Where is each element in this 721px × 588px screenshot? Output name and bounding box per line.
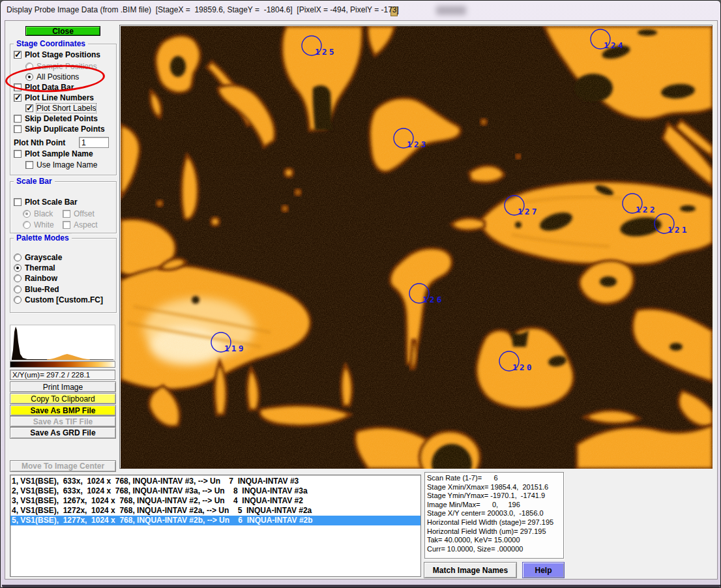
stage-position-marker-label: 120 [512, 362, 533, 372]
palette-rainbow-radio[interactable]: Rainbow [14, 274, 57, 283]
scale-bar-aspect-checkbox[interactable]: Aspect [63, 220, 98, 229]
plot-scale-bar-checkbox[interactable]: Plot Scale Bar [14, 198, 78, 207]
title-bar[interactable]: Display Probe Image Data (from .BIM file… [1, 1, 720, 20]
scale-bar-offset-label: Offset [74, 209, 95, 218]
checkbox-icon [63, 221, 70, 229]
plot-line-numbers-checkbox[interactable]: Plot Line Numbers [14, 93, 94, 102]
stage-coordinates-title: Stage Coordinates [14, 39, 88, 48]
palette-gradient-bar [10, 361, 115, 368]
info-line: Curr= 10.0000, Size= .000000 [427, 545, 561, 554]
radio-icon [14, 254, 22, 261]
checkbox-icon [25, 161, 33, 169]
probe-image[interactable]: 125124123127122121126119120 [121, 26, 713, 469]
stage-position-marker-label: 122 [636, 205, 656, 214]
scale-bar-white-radio[interactable]: White [23, 220, 54, 229]
info-line: Stage Xmin/Xmax= 19854.4, 20151.6 [427, 483, 561, 492]
print-image-button[interactable]: Print Image [10, 381, 116, 392]
palette-custom-label: Custom [Custom.FC] [25, 295, 103, 304]
radio-icon [14, 286, 22, 293]
copy-to-clipboard-button[interactable]: Copy To Clipboard [10, 393, 116, 404]
scale-bar-black-radio[interactable]: Black [23, 209, 53, 218]
scale-bar-black-label: Black [34, 209, 53, 218]
checkbox-icon [14, 125, 22, 133]
scale-bar-white-label: White [34, 220, 54, 229]
plot-nth-point-input[interactable] [79, 137, 109, 148]
save-as-bmp-button[interactable]: Save As BMP File [10, 405, 116, 416]
dialog-window: Display Probe Image Data (from .BIM file… [0, 0, 721, 588]
checkbox-icon [14, 51, 22, 59]
palette-thermal-label: Thermal [25, 263, 55, 272]
save-as-tif-button: Save As TIF File [10, 416, 116, 427]
plot-short-labels-checkbox[interactable]: Plot Short Labels [25, 104, 96, 113]
info-line: Tak= 40.0000, KeV= 15.0000 [427, 536, 561, 545]
palette-thermal-radio[interactable]: Thermal [14, 263, 55, 272]
window-title: Display Probe Image Data (from .BIM file… [7, 5, 399, 14]
match-image-names-button[interactable]: Match Image Names [424, 562, 517, 578]
checkbox-icon [14, 115, 22, 123]
checkbox-icon [63, 210, 70, 218]
palette-custom-radio[interactable]: Custom [Custom.FC] [14, 295, 103, 304]
palette-grayscale-radio[interactable]: Grayscale [14, 253, 62, 262]
plot-short-labels-label: Plot Short Labels [37, 104, 96, 113]
xy-readout: X/Y(um)= 297.2 / 228.1 [10, 370, 115, 380]
palette-blue-red-label: Blue-Red [25, 285, 59, 294]
palette-blue-red-radio[interactable]: Blue-Red [14, 285, 59, 294]
image-list-item[interactable]: 2, VS1(BSE), 633x, 1024 x 768, INQUA-INT… [10, 486, 420, 496]
image-info-panel: Scan Rate (1-7)= 6 Stage Xmin/Xmax= 1985… [424, 472, 564, 559]
radio-icon [14, 296, 22, 304]
skip-duplicate-points-label: Skip Duplicate Points [25, 125, 105, 134]
histogram-panel [10, 325, 115, 360]
stage-position-marker-label: 123 [407, 140, 428, 149]
stage-position-marker-label: 125 [315, 47, 336, 57]
image-list-item[interactable]: 4, VS1(BSE), 1272x, 1024 x 768, INQUA-IN… [10, 506, 420, 516]
scale-bar-title: Scale Bar [14, 177, 55, 186]
radio-icon [23, 221, 31, 229]
info-line: Horizontal Field Width (um)= 297.195 [427, 527, 561, 537]
use-image-name-label: Use Image Name [37, 160, 97, 169]
scale-bar-offset-checkbox[interactable]: Offset [63, 209, 95, 218]
stage-position-marker-label: 124 [604, 40, 625, 50]
palette-rainbow-label: Rainbow [25, 274, 57, 283]
checkbox-icon [14, 94, 22, 102]
scale-bar-aspect-label: Aspect [74, 220, 98, 229]
help-button[interactable]: Help [522, 562, 565, 578]
info-line: Stage X/Y center= 20003.0, -1856.0 [427, 509, 561, 518]
info-line: Stage Ymin/Ymax= -1970.1, -1741.9 [427, 492, 561, 501]
plot-stage-positions-checkbox[interactable]: Plot Stage Positions [14, 50, 100, 59]
plot-line-numbers-label: Plot Line Numbers [25, 93, 94, 102]
image-list-item[interactable]: 3, VS1(BSE), 1267x, 1024 x 768, INQUA-IN… [10, 496, 420, 506]
plot-nth-point-row: Plot Nth Point [14, 138, 65, 147]
stage-position-marker-label: 126 [422, 295, 443, 304]
info-line: Horizontal Field Width (stage)= 297.195 [427, 518, 561, 527]
use-image-name-checkbox[interactable]: Use Image Name [25, 160, 97, 169]
plot-scale-bar-label: Plot Scale Bar [25, 198, 78, 207]
plot-sample-name-label: Plot Sample Name [25, 149, 93, 158]
histogram-plot [10, 325, 115, 360]
image-list[interactable]: 1, VS1(BSE), 633x, 1024 x 768, INQUA-INT… [10, 475, 421, 577]
palette-grayscale-label: Grayscale [25, 253, 62, 262]
image-list-item[interactable]: 1, VS1(BSE), 633x, 1024 x 768, INQUA-INT… [10, 477, 420, 486]
radio-icon [23, 210, 31, 218]
stage-position-marker-label: 121 [668, 225, 688, 235]
move-to-image-center-button: Move To Image Center [10, 460, 116, 472]
save-as-grd-button[interactable]: Save As GRD File [10, 427, 116, 439]
skip-deleted-points-checkbox[interactable]: Skip Deleted Points [14, 114, 98, 123]
skip-duplicate-points-checkbox[interactable]: Skip Duplicate Points [14, 125, 105, 134]
titlebar-glass-smudge [436, 6, 466, 15]
window-bottom-border [2, 585, 720, 587]
plot-stage-positions-label: Plot Stage Positions [25, 50, 100, 59]
plot-sample-name-checkbox[interactable]: Plot Sample Name [14, 149, 93, 158]
checkbox-icon [14, 198, 22, 206]
stage-position-marker-label: 127 [518, 207, 538, 216]
checkbox-icon [14, 150, 22, 158]
image-list-item-selected[interactable]: 5, VS1(BSE), 1277x, 1024 x 768, INQUA-IN… [10, 516, 420, 525]
palette-modes-title: Palette Modes [14, 233, 72, 243]
radio-icon [14, 264, 22, 272]
radio-icon [14, 274, 22, 282]
noise-overlay [121, 26, 713, 469]
stage-position-marker-label: 119 [224, 344, 245, 353]
checkbox-icon [25, 104, 33, 112]
close-button[interactable]: Close [25, 26, 100, 36]
skip-deleted-points-label: Skip Deleted Points [25, 114, 98, 123]
plot-nth-point-label: Plot Nth Point [14, 138, 65, 147]
